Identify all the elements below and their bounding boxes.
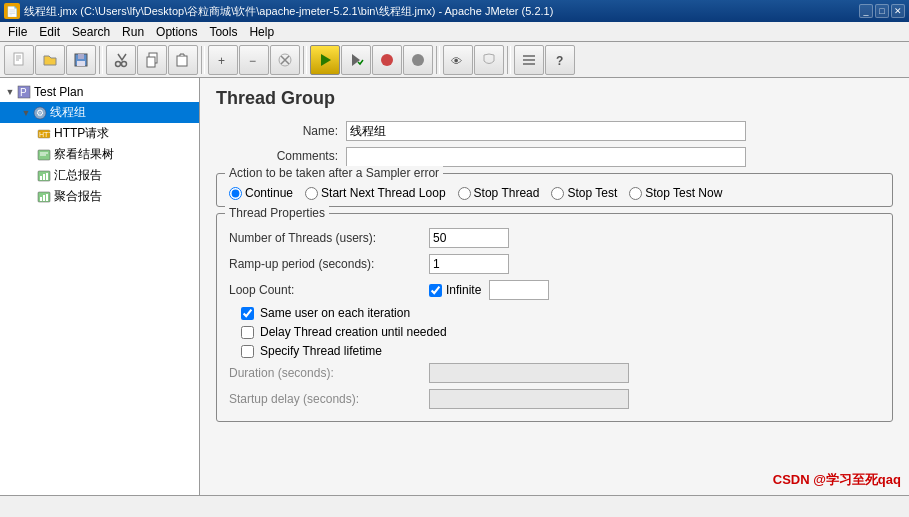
expand-button[interactable]: + xyxy=(208,45,238,75)
radio-stop-test[interactable]: Stop Test xyxy=(551,186,617,200)
collapse-button[interactable]: − xyxy=(239,45,269,75)
radio-stop-test-now-input[interactable] xyxy=(629,187,642,200)
svg-rect-36 xyxy=(46,173,48,180)
clear-button[interactable] xyxy=(270,45,300,75)
svg-rect-35 xyxy=(43,174,45,180)
loop-infinite-text: Infinite xyxy=(446,283,481,297)
name-label: Name: xyxy=(216,124,346,138)
open-button[interactable] xyxy=(35,45,65,75)
title-bar: 📄 线程组.jmx (C:\Users\lfy\Desktop\谷粒商城\软件\… xyxy=(0,0,909,22)
separator-5 xyxy=(507,46,511,74)
same-user-row: Same user on each iteration xyxy=(241,306,880,320)
name-row: Name: xyxy=(216,121,893,141)
play-check-button[interactable] xyxy=(341,45,371,75)
thread-group-icon: ⚙ xyxy=(32,105,48,121)
thread-properties-section: Thread Properties Number of Threads (use… xyxy=(216,213,893,422)
action-legend: Action to be taken after a Sampler error xyxy=(225,166,443,180)
tree-item-test-plan[interactable]: ▼ P Test Plan xyxy=(0,82,199,102)
delay-thread-label: Delay Thread creation until needed xyxy=(260,325,447,339)
separator-2 xyxy=(201,46,205,74)
svg-marker-15 xyxy=(321,54,331,66)
loop-value-input[interactable] xyxy=(489,280,549,300)
same-user-check[interactable] xyxy=(241,307,254,320)
radio-stop-test-input[interactable] xyxy=(551,187,564,200)
remote-debug-button[interactable] xyxy=(474,45,504,75)
tree-label-thread-group: 线程组 xyxy=(50,104,86,121)
svg-rect-34 xyxy=(40,176,42,180)
tree-item-thread-group[interactable]: ▼ ⚙ 线程组 xyxy=(0,102,199,123)
paste-button[interactable] xyxy=(168,45,198,75)
threads-input[interactable] xyxy=(429,228,509,248)
radio-stop-thread[interactable]: Stop Thread xyxy=(458,186,540,200)
play-button[interactable] xyxy=(310,45,340,75)
tree-label-http-request: HTTP请求 xyxy=(54,125,109,142)
radio-start-next[interactable]: Start Next Thread Loop xyxy=(305,186,446,200)
duration-input[interactable] xyxy=(429,363,629,383)
remote-start-button[interactable]: 👁 xyxy=(443,45,473,75)
startup-delay-input[interactable] xyxy=(429,389,629,409)
maximize-button[interactable]: □ xyxy=(875,4,889,18)
menu-edit[interactable]: Edit xyxy=(33,22,66,41)
comments-input[interactable] xyxy=(346,147,746,167)
tree-item-http-request[interactable]: HTTP HTTP请求 xyxy=(0,123,199,144)
svg-rect-6 xyxy=(77,61,85,66)
name-input[interactable] xyxy=(346,121,746,141)
loop-infinite-label[interactable]: Infinite xyxy=(429,283,481,297)
minimize-button[interactable]: _ xyxy=(859,4,873,18)
menu-search[interactable]: Search xyxy=(66,22,116,41)
list-button[interactable] xyxy=(514,45,544,75)
expand-arrow-thread-group[interactable]: ▼ xyxy=(20,107,32,119)
save-button[interactable] xyxy=(66,45,96,75)
svg-rect-0 xyxy=(14,53,23,65)
svg-text:P: P xyxy=(20,87,27,98)
radio-continue-input[interactable] xyxy=(229,187,242,200)
menu-run[interactable]: Run xyxy=(116,22,150,41)
tree-panel: ▼ P Test Plan ▼ ⚙ 线程组 HTTP HTTP请求 察看 xyxy=(0,78,200,495)
menu-file[interactable]: File xyxy=(2,22,33,41)
new-button[interactable] xyxy=(4,45,34,75)
loop-infinite-check[interactable] xyxy=(429,284,442,297)
specify-lifetime-label: Specify Thread lifetime xyxy=(260,344,382,358)
expand-arrow-test-plan[interactable]: ▼ xyxy=(4,86,16,98)
svg-point-8 xyxy=(122,61,127,66)
separator-4 xyxy=(436,46,440,74)
radio-start-next-input[interactable] xyxy=(305,187,318,200)
menu-options[interactable]: Options xyxy=(150,22,203,41)
radio-stop-thread-label: Stop Thread xyxy=(474,186,540,200)
tree-item-summary-report[interactable]: 汇总报告 xyxy=(0,165,199,186)
svg-rect-39 xyxy=(43,195,45,201)
radio-stop-thread-input[interactable] xyxy=(458,187,471,200)
close-button[interactable]: ✕ xyxy=(891,4,905,18)
help-button[interactable]: ? xyxy=(545,45,575,75)
delay-thread-check[interactable] xyxy=(241,326,254,339)
menu-help[interactable]: Help xyxy=(243,22,280,41)
radio-continue-label: Continue xyxy=(245,186,293,200)
radio-stop-test-now-label: Stop Test Now xyxy=(645,186,722,200)
stop-now-button[interactable] xyxy=(403,45,433,75)
stop-button[interactable] xyxy=(372,45,402,75)
svg-rect-5 xyxy=(78,54,84,59)
action-section: Action to be taken after a Sampler error… xyxy=(216,173,893,207)
svg-text:⚙: ⚙ xyxy=(36,108,44,118)
tree-label-aggregate-report: 聚合报告 xyxy=(54,188,102,205)
svg-rect-11 xyxy=(177,56,187,66)
rampup-input[interactable] xyxy=(429,254,509,274)
cut-button[interactable] xyxy=(106,45,136,75)
separator-1 xyxy=(99,46,103,74)
specify-lifetime-check[interactable] xyxy=(241,345,254,358)
menu-tools[interactable]: Tools xyxy=(203,22,243,41)
window-controls[interactable]: _ □ ✕ xyxy=(859,4,905,18)
summary-report-icon xyxy=(36,168,52,184)
svg-rect-10 xyxy=(147,57,155,67)
copy-button[interactable] xyxy=(137,45,167,75)
svg-text:HTTP: HTTP xyxy=(39,131,51,138)
svg-text:−: − xyxy=(249,54,256,68)
status-bar xyxy=(0,495,909,517)
tree-item-result-tree[interactable]: 察看结果树 xyxy=(0,144,199,165)
radio-stop-test-now[interactable]: Stop Test Now xyxy=(629,186,722,200)
radio-continue[interactable]: Continue xyxy=(229,186,293,200)
thread-props-legend: Thread Properties xyxy=(225,206,329,220)
tree-item-aggregate-report[interactable]: 聚合报告 xyxy=(0,186,199,207)
radio-stop-test-label: Stop Test xyxy=(567,186,617,200)
loop-label: Loop Count: xyxy=(229,283,429,297)
